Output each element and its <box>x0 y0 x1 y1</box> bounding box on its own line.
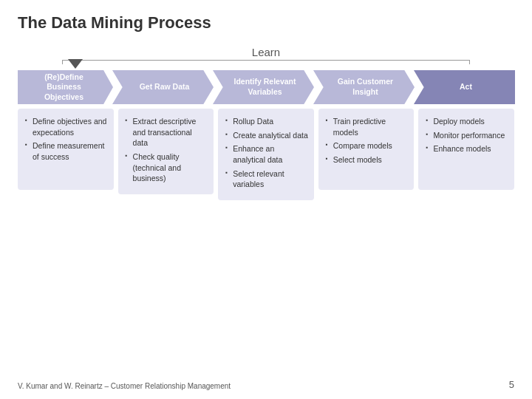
list-item: Extract descriptive and transactional da… <box>126 116 208 149</box>
learn-section: Learn (Re)Define BusinessObjectives Get … <box>18 46 514 373</box>
page-title: The Data Mining Process <box>18 13 514 33</box>
step-get-raw-data-label: Get Raw Data <box>140 82 190 92</box>
down-arrow-wrap <box>18 59 514 69</box>
list-item: Deploy models <box>426 116 508 127</box>
detail-box-4: Train predictive models Compare models S… <box>318 109 415 190</box>
detail-box-3: Rollup Data Create analytical data Enhan… <box>218 109 314 200</box>
list-item: Compare models <box>326 140 409 151</box>
down-arrow-icon <box>68 59 83 69</box>
steps-container: (Re)Define BusinessObjectives Get Raw Da… <box>18 70 514 104</box>
list-item: Monitor performance <box>426 130 508 141</box>
step-get-raw-data: Get Raw Data <box>112 70 214 104</box>
step-act-label: Act <box>460 82 472 92</box>
detail-list-1: Define objectives and expecations Define… <box>25 116 108 163</box>
detail-box-2: Extract descriptive and transactional da… <box>118 109 214 194</box>
step-gain-insight: Gain CustomerInsight <box>313 70 415 104</box>
details-row: Define objectives and expecations Define… <box>18 109 514 373</box>
list-item: Define objectives and expecations <box>25 116 108 137</box>
learn-bracket: Learn <box>18 46 514 61</box>
list-item: Define measurement of success <box>25 140 108 162</box>
list-item: Train predictive models <box>326 116 409 137</box>
detail-list-5: Deploy models Monitor performance Enhanc… <box>426 116 508 154</box>
step-identify-variables-label: Identify RelevantVariables <box>233 77 296 97</box>
step-redefine: (Re)Define BusinessObjectives <box>18 70 113 104</box>
list-item: Select relevant variables <box>225 168 308 190</box>
step-redefine-label: (Re)Define BusinessObjectives <box>28 72 100 103</box>
list-item: Check quality (technical and business) <box>126 151 208 184</box>
footer-page-number: 5 <box>509 379 514 390</box>
detail-list-2: Extract descriptive and transactional da… <box>126 116 208 184</box>
list-item: Enhance models <box>426 143 508 154</box>
step-identify-variables: Identify RelevantVariables <box>213 70 314 104</box>
step-gain-insight-label: Gain CustomerInsight <box>338 77 393 97</box>
step-act: Act <box>414 70 515 104</box>
list-item: Create analytical data <box>225 130 308 141</box>
list-item: Select models <box>326 154 409 166</box>
learn-label: Learn <box>252 46 280 58</box>
detail-list-4: Train predictive models Compare models S… <box>326 116 409 166</box>
detail-list-3: Rollup Data Create analytical data Enhan… <box>225 116 308 190</box>
footer: V. Kumar and W. Reinartz – Customer Rela… <box>18 373 514 390</box>
detail-box-1: Define objectives and expecations Define… <box>18 109 114 190</box>
page: The Data Mining Process Learn (Re)Define… <box>0 0 532 399</box>
list-item: Rollup Data <box>225 116 308 127</box>
footer-citation: V. Kumar and W. Reinartz – Customer Rela… <box>18 382 231 390</box>
list-item: Enhance an analytical data <box>225 143 308 165</box>
detail-box-5: Deploy models Monitor performance Enhanc… <box>418 109 514 190</box>
